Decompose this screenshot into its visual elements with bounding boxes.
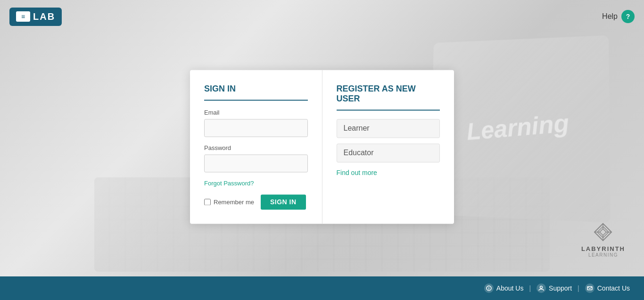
support-text: Support	[549, 284, 572, 292]
logo-text: LAB	[33, 11, 55, 22]
about-icon	[484, 283, 494, 293]
password-label: Password	[204, 144, 308, 151]
svg-rect-9	[488, 288, 489, 290]
sep-1: |	[529, 284, 531, 292]
remember-label: Remember me	[204, 199, 254, 206]
footer: About Us | Support | Contact Us	[0, 276, 644, 300]
main-card: SIGN IN Email Password Forgot Password? …	[190, 70, 454, 224]
support-link[interactable]: Support	[537, 283, 572, 293]
header: ≡ LAB Help ?	[0, 0, 644, 33]
about-us-text: About Us	[496, 284, 524, 292]
labyrinth-logo: LABYRINTH LEARNING	[581, 223, 625, 258]
email-input[interactable]	[204, 119, 308, 137]
sep-2: |	[578, 284, 579, 292]
bg-screen-text: Learning	[466, 108, 570, 146]
contact-icon	[585, 283, 594, 293]
bg-screen: Learning	[430, 35, 611, 223]
svg-point-8	[488, 287, 489, 288]
labyrinth-diamond-icon	[594, 223, 612, 242]
email-group: Email	[204, 109, 308, 137]
logo-icon: ≡	[16, 11, 30, 22]
password-group: Password	[204, 144, 308, 172]
contact-us-link[interactable]: Contact Us	[585, 283, 630, 293]
svg-point-10	[540, 286, 543, 289]
about-us-link[interactable]: About Us	[484, 283, 524, 293]
educator-button[interactable]: Educator	[337, 143, 440, 162]
find-out-link[interactable]: Find out more	[337, 169, 440, 176]
remember-checkbox[interactable]	[204, 199, 211, 205]
help-button[interactable]: ?	[621, 10, 635, 23]
support-icon	[537, 283, 546, 293]
labyrinth-sub: LEARNING	[581, 252, 625, 258]
svg-marker-2	[600, 229, 606, 235]
labyrinth-name: LABYRINTH	[581, 245, 625, 252]
password-input[interactable]	[204, 154, 308, 172]
remember-row: Remember me SIGN IN	[204, 194, 308, 209]
forgot-password-link[interactable]: Forgot Password?	[204, 180, 308, 187]
sign-in-title: SIGN IN	[204, 84, 308, 100]
contact-us-text: Contact Us	[597, 284, 630, 292]
email-label: Email	[204, 109, 308, 116]
help-label: Help	[602, 12, 618, 21]
logo[interactable]: ≡ LAB	[9, 8, 62, 26]
help-area: Help ?	[602, 10, 635, 23]
register-title: REGISTER AS NEW USER	[337, 84, 440, 110]
learner-button[interactable]: Learner	[337, 119, 440, 138]
register-panel: REGISTER AS NEW USER Learner Educator Fi…	[322, 70, 454, 224]
remember-text: Remember me	[214, 199, 254, 206]
sign-in-panel: SIGN IN Email Password Forgot Password? …	[190, 70, 322, 224]
signin-button[interactable]: SIGN IN	[261, 194, 306, 209]
